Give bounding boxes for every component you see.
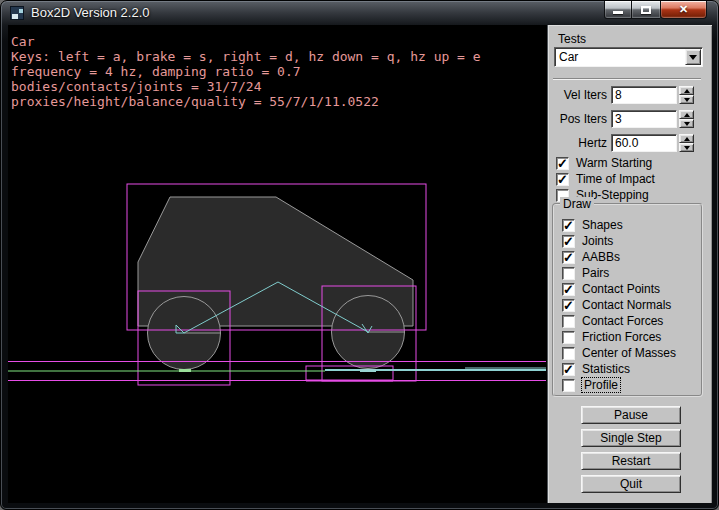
arrow-down-icon: [684, 122, 690, 126]
checkbox-label: Joints: [582, 234, 613, 248]
checkbox-label: Statistics: [582, 362, 630, 376]
checkbox-unchecked-box[interactable]: [562, 347, 575, 360]
debug-text-block: CarKeys: left = a, brake = s, right = d,…: [11, 34, 481, 109]
dropdown-arrow-button[interactable]: [685, 49, 701, 65]
chevron-down-icon: [689, 55, 697, 60]
checkbox-checked-icon[interactable]: ✓: [562, 363, 575, 376]
spinner-row-hertz: Hertz: [548, 134, 694, 152]
close-button[interactable]: ✕: [660, 1, 707, 19]
checkbox-label: Contact Normals: [582, 298, 671, 312]
simulation-viewport[interactable]: CarKeys: left = a, brake = s, right = d,…: [8, 25, 547, 503]
checkbox-draw-aabbs[interactable]: ✓AABBs: [562, 249, 699, 265]
aabb-plank: [306, 366, 393, 381]
checkbox-draw-profile[interactable]: Profile: [562, 377, 699, 393]
minimize-button[interactable]: [604, 1, 632, 19]
debug-text-line: frequency = 4 hz, damping ratio = 0.7: [11, 64, 481, 79]
spinner-down-button[interactable]: [679, 95, 694, 104]
arrow-up-icon: [684, 89, 690, 93]
checkbox-checked-icon[interactable]: ✓: [562, 235, 575, 248]
checkbox-draw-contact-forces[interactable]: Contact Forces: [562, 313, 699, 329]
spinner-label-pos-iters: Pos Iters: [548, 112, 611, 126]
checkbox-time-of-impact[interactable]: ✓Time of Impact: [556, 171, 655, 187]
debug-text-line: proxies/height/balance/quality = 55/7/1/…: [11, 94, 481, 109]
spinner-label-vel-iters: Vel Iters: [548, 88, 611, 102]
contact-point: [179, 369, 191, 372]
checkbox-checked-icon[interactable]: ✓: [562, 219, 575, 232]
draw-group-label: Draw: [560, 197, 594, 211]
caption-buttons: ✕: [604, 1, 707, 19]
glui-control-panel: Tests Car Vel ItersPos ItersHertz ✓Warm …: [547, 25, 712, 503]
checkbox-label: Contact Points: [582, 282, 660, 296]
checkbox-checked-icon[interactable]: ✓: [562, 283, 575, 296]
spinner-input-vel-iters[interactable]: [611, 86, 677, 104]
checkbox-label: Shapes: [582, 218, 623, 232]
checkbox-draw-contact-points[interactable]: ✓Contact Points: [562, 281, 699, 297]
spinner-input-pos-iters[interactable]: [611, 110, 677, 128]
checkbox-label: Contact Forces: [582, 314, 663, 328]
quit-button[interactable]: Quit: [581, 475, 681, 493]
checkbox-unchecked-box[interactable]: [562, 267, 575, 280]
arrow-up-icon: [684, 137, 690, 141]
checkbox-label: Friction Forces: [582, 330, 661, 344]
maximize-button[interactable]: [632, 1, 660, 19]
debug-text-line: Keys: left = a, brake = s, right = d, hz…: [11, 49, 481, 64]
separator: [553, 78, 701, 80]
spinner-buttons-pos-iters: [679, 110, 694, 128]
checkbox-warm-starting[interactable]: ✓Warm Starting: [556, 155, 652, 171]
pause-button[interactable]: Pause: [581, 406, 681, 424]
checkbox-label: Profile: [582, 378, 620, 392]
checkbox-draw-pairs[interactable]: Pairs: [562, 265, 699, 281]
draw-flags-group: Draw ✓Shapes✓Joints✓AABBsPairs✓Contact P…: [552, 203, 703, 397]
spinner-label-hertz: Hertz: [548, 136, 611, 150]
client-area: CarKeys: left = a, brake = s, right = d,…: [8, 25, 712, 503]
maximize-icon: [641, 6, 651, 14]
checkbox-draw-statistics[interactable]: ✓Statistics: [562, 361, 699, 377]
contact-point: [360, 369, 376, 372]
checkbox-unchecked-box[interactable]: [562, 379, 575, 392]
window-title: Box2D Version 2.2.0: [31, 5, 150, 20]
spinner-buttons-vel-iters: [679, 86, 694, 104]
test-select-dropdown[interactable]: Car: [554, 47, 703, 67]
spinner-up-button[interactable]: [679, 110, 694, 119]
checkbox-label: Pairs: [582, 266, 609, 280]
checkbox-checked-icon[interactable]: ✓: [556, 173, 569, 186]
spinner-down-button[interactable]: [679, 119, 694, 128]
close-icon: ✕: [661, 3, 706, 16]
checkbox-draw-center-of-masses[interactable]: Center of Masses: [562, 345, 699, 361]
tests-label: Tests: [558, 32, 586, 46]
checkbox-label: Warm Starting: [576, 156, 652, 170]
checkbox-label: Center of Masses: [582, 346, 676, 360]
spinner-up-button[interactable]: [679, 86, 694, 95]
single-step-button[interactable]: Single Step: [581, 429, 681, 447]
titlebar[interactable]: Box2D Version 2.2.0 ✕: [1, 1, 718, 25]
app-window: Box2D Version 2.2.0 ✕ CarKeys: left = a,…: [0, 0, 719, 510]
minimize-icon: [613, 11, 623, 14]
checkbox-checked-icon[interactable]: ✓: [556, 157, 569, 170]
checkbox-unchecked-box[interactable]: [562, 315, 575, 328]
arrow-up-icon: [684, 113, 690, 117]
checkbox-label: AABBs: [582, 250, 620, 264]
spinner-input-hertz[interactable]: [611, 134, 677, 152]
restart-button[interactable]: Restart: [581, 452, 681, 470]
draw-flags-list: ✓Shapes✓Joints✓AABBsPairs✓Contact Points…: [562, 217, 699, 393]
arrow-down-icon: [684, 146, 690, 150]
spinner-row-pos-iters: Pos Iters: [548, 110, 694, 128]
spinner-up-button[interactable]: [679, 134, 694, 143]
checkbox-unchecked-box[interactable]: [562, 331, 575, 344]
checkbox-checked-icon[interactable]: ✓: [562, 251, 575, 264]
checkbox-draw-joints[interactable]: ✓Joints: [562, 233, 699, 249]
spinner-buttons-hertz: [679, 134, 694, 152]
debug-text-line: Car: [11, 34, 481, 49]
debug-text-line: bodies/contacts/joints = 31/7/24: [11, 79, 481, 94]
app-icon[interactable]: [10, 6, 24, 20]
spinner-down-button[interactable]: [679, 143, 694, 152]
checkbox-checked-icon[interactable]: ✓: [562, 299, 575, 312]
test-select-value: Car: [559, 50, 578, 64]
arrow-down-icon: [684, 98, 690, 102]
checkbox-draw-friction-forces[interactable]: Friction Forces: [562, 329, 699, 345]
spinner-row-vel-iters: Vel Iters: [548, 86, 694, 104]
checkbox-draw-shapes[interactable]: ✓Shapes: [562, 217, 699, 233]
checkbox-draw-contact-normals[interactable]: ✓Contact Normals: [562, 297, 699, 313]
checkbox-label: Time of Impact: [576, 172, 655, 186]
